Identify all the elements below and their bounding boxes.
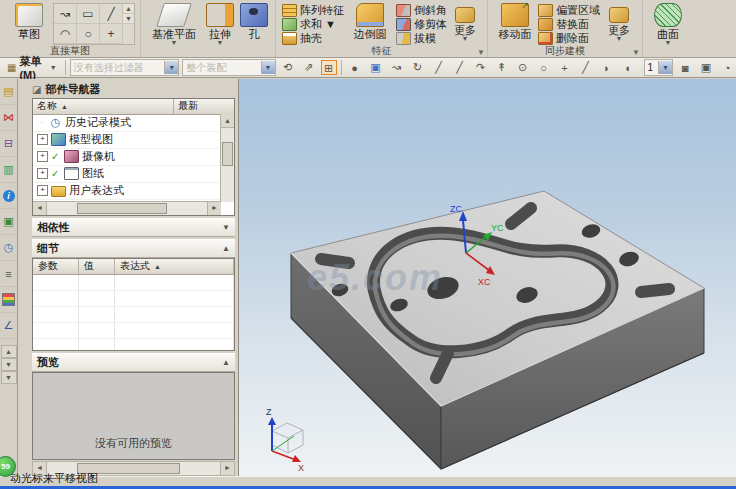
- edge-blend-button[interactable]: 边倒圆: [345, 2, 395, 40]
- zoom-window-icon[interactable]: ◙: [676, 62, 694, 74]
- palette-scroll-down-button[interactable]: ▼: [123, 14, 134, 24]
- arc-button[interactable]: ◠: [54, 24, 77, 44]
- chamfer-button[interactable]: 倒斜角: [396, 3, 447, 17]
- expander-icon[interactable]: +: [37, 151, 48, 162]
- tree-scroll-up-icon[interactable]: ▲: [221, 114, 234, 128]
- circle-snap-icon[interactable]: ○: [535, 62, 553, 74]
- selection-scope-combo[interactable]: 整个装配 ▼: [182, 59, 275, 76]
- preview-section-header[interactable]: 预览 ▲: [32, 353, 235, 372]
- dependencies-section-header[interactable]: 相依性 ▼: [32, 218, 235, 237]
- shell-button[interactable]: 抽壳: [282, 31, 344, 45]
- sync-more-dropdown-arrow[interactable]: ▼: [616, 36, 623, 42]
- expander-icon[interactable]: +: [37, 168, 48, 179]
- tree-horizontal-scrollbar[interactable]: ◄ ►: [33, 201, 221, 215]
- find-component-icon[interactable]: ⟲: [279, 61, 297, 74]
- info-tab[interactable]: i: [1, 183, 17, 209]
- tree-row-cameras[interactable]: + ✓ 摄像机: [33, 149, 234, 166]
- details-column-expression[interactable]: 表达式 ▲: [115, 259, 234, 274]
- tree-row-model-views[interactable]: + 模型视图: [33, 132, 234, 149]
- column-header-latest[interactable]: 最新: [174, 99, 234, 114]
- point-button[interactable]: +: [100, 24, 123, 44]
- resource-bar-scroll-up[interactable]: ▲: [1, 345, 17, 358]
- unite-dropdown-arrow[interactable]: ▼: [325, 18, 336, 30]
- assembly-navigator-tab[interactable]: ▤: [1, 79, 17, 105]
- part-navigator-tab[interactable]: ⊟: [1, 131, 17, 157]
- feature-more-button[interactable]: 更多 ▼: [448, 2, 482, 42]
- dependencies-collapse-icon[interactable]: ▼: [222, 223, 230, 232]
- expander-icon[interactable]: +: [37, 134, 48, 145]
- trim-body-button[interactable]: 修剪体: [396, 17, 447, 31]
- line-snap-icon[interactable]: ╱: [430, 61, 448, 74]
- extrude-dropdown-arrow[interactable]: ▼: [217, 40, 224, 46]
- rectangle-button[interactable]: ▭: [77, 4, 100, 24]
- hd3d-tool-tab[interactable]: ▥: [1, 157, 17, 183]
- tree-scroll-right-icon[interactable]: ►: [207, 202, 221, 215]
- feature-group-overflow-arrow[interactable]: ▼: [477, 48, 485, 57]
- arc-center-snap-icon[interactable]: ⊙: [514, 61, 532, 74]
- resource-bar-overflow[interactable]: ▼: [1, 371, 17, 384]
- column-header-name[interactable]: 名称 ▲: [33, 99, 174, 114]
- extrude-button[interactable]: 拉伸 ▼: [202, 2, 238, 46]
- tree-hscrollbar-thumb[interactable]: [77, 203, 167, 214]
- graphics-window[interactable]: ZC YC XC Z X e5.com: [239, 79, 736, 476]
- end-point-snap-icon[interactable]: ●: [346, 62, 364, 74]
- hole-button[interactable]: 孔: [238, 2, 270, 40]
- unite-button[interactable]: 求和 ▼: [282, 17, 344, 31]
- replace-face-button[interactable]: 替换面: [538, 17, 600, 31]
- tree-scroll-left-icon[interactable]: ◄: [33, 202, 47, 215]
- sketch-button[interactable]: 草图: [5, 2, 53, 40]
- pattern-feature-button[interactable]: 阵列特征: [282, 3, 344, 17]
- tree-scrollbar-thumb[interactable]: [222, 142, 233, 166]
- roles-tab[interactable]: [1, 287, 17, 313]
- checkmark-icon[interactable]: ✓: [51, 168, 61, 179]
- panel-pin-icon[interactable]: ◪: [32, 84, 41, 95]
- details-column-param[interactable]: 参数: [33, 259, 79, 274]
- snap-point-toggle-icon[interactable]: ⊞: [321, 60, 337, 75]
- curve-snap-icon[interactable]: ↷: [472, 61, 490, 74]
- tangent-snap-icon[interactable]: ╱: [577, 61, 595, 74]
- palette-scroll-up-button[interactable]: ▲: [123, 4, 134, 14]
- sync-more-button[interactable]: 更多 ▼: [601, 2, 637, 42]
- details-collapse-icon[interactable]: ▲: [222, 244, 230, 253]
- shaded-view-icon[interactable]: ▣: [367, 61, 385, 74]
- selection-filter-arrow-icon[interactable]: ▼: [164, 61, 178, 74]
- checkmark-icon[interactable]: ✓: [51, 151, 61, 162]
- sync-modeling-group-label[interactable]: 同步建模: [488, 44, 642, 57]
- constraint-navigator-tab[interactable]: ⋈: [1, 105, 17, 131]
- panel-scroll-right-icon[interactable]: ►: [220, 462, 234, 475]
- measure-tab[interactable]: ∠: [1, 313, 17, 339]
- datum-plane-button[interactable]: 基准平面 ▼: [146, 2, 202, 46]
- selection-scope-arrow-icon[interactable]: ▼: [261, 61, 275, 74]
- surface-button[interactable]: 曲面 ▼: [648, 2, 688, 46]
- tree-row-drawing[interactable]: + ✓ 图纸: [33, 166, 234, 183]
- move-face-button[interactable]: 移动面: [493, 2, 537, 40]
- point-snap-icon[interactable]: +: [556, 62, 574, 74]
- line-button[interactable]: ╱: [100, 4, 123, 24]
- details-column-value[interactable]: 值: [79, 259, 115, 274]
- offset-region-button[interactable]: 偏置区域: [538, 3, 600, 17]
- menu-button[interactable]: ▦ 菜单(M) ▼: [3, 60, 61, 76]
- details-section-header[interactable]: 细节 ▲: [32, 239, 235, 258]
- delete-face-button[interactable]: 删除面: [538, 31, 600, 45]
- half-solid-icon[interactable]: ◗: [598, 62, 616, 74]
- profile-curve-button[interactable]: ↝: [54, 4, 77, 24]
- half-solid2-icon[interactable]: ◖: [619, 62, 637, 74]
- reuse-library-tab[interactable]: ≡: [1, 261, 17, 287]
- feature-group-label[interactable]: 特征: [276, 44, 487, 57]
- resource-bar-scroll-down[interactable]: ▼: [1, 358, 17, 371]
- fit-window-icon[interactable]: ▣: [697, 61, 715, 74]
- operation-navigator-tab[interactable]: ▣: [1, 209, 17, 235]
- history-tab[interactable]: ◷: [1, 235, 17, 261]
- rotate-view-icon[interactable]: ↻: [409, 61, 427, 74]
- tree-vertical-scrollbar[interactable]: ▲: [220, 114, 234, 202]
- tree-row-user-expressions[interactable]: + 用户表达式: [33, 183, 234, 200]
- surface-dropdown-arrow[interactable]: ▼: [665, 40, 672, 46]
- datum-plane-dropdown-arrow[interactable]: ▼: [171, 40, 178, 46]
- line2-snap-icon[interactable]: ╱: [451, 61, 469, 74]
- selection-filter-combo[interactable]: 没有选择过滤器 ▼: [70, 59, 180, 76]
- midpoint-snap-icon[interactable]: ↝: [388, 61, 406, 74]
- work-layer-combo[interactable]: 1 ▼: [644, 59, 674, 76]
- draft-button[interactable]: 拔模: [396, 31, 447, 45]
- refresh-icon[interactable]: ◔: [718, 62, 736, 74]
- circle-button[interactable]: ○: [77, 24, 100, 44]
